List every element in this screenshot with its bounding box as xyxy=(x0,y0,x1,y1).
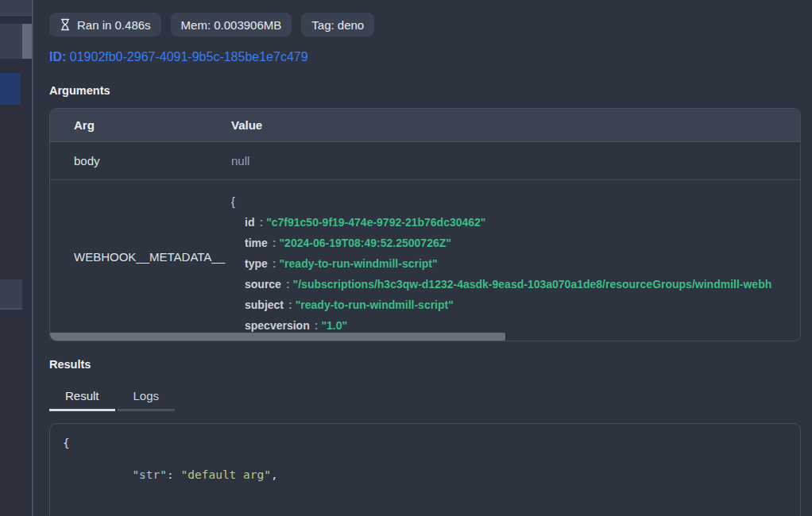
json-entry-subject[interactable]: subject:"ready-to-run-windmill-script" xyxy=(231,295,800,315)
results-heading: Results xyxy=(49,358,801,371)
runtime-badge: Ran in 0.486s xyxy=(49,13,161,37)
code-line-union: "union": "Hello World" xyxy=(63,499,787,516)
json-entry-id[interactable]: id:"c7f91c50-9f19-474e-9792-21b76dc30462… xyxy=(231,212,800,233)
sidebar-item[interactable] xyxy=(0,279,22,310)
sidebar-item-selected[interactable] xyxy=(0,73,21,105)
arguments-table: Arg Value body null WEBHOOK__METADATA__ … xyxy=(49,108,801,341)
sidebar-panel xyxy=(0,0,34,516)
tag-badge: Tag: deno xyxy=(301,13,374,37)
memory-badge-label: Mem: 0.003906MB xyxy=(181,18,282,32)
result-code-block: { "str": "default arg", "union": "Hello … xyxy=(49,423,801,516)
column-header-value: Value xyxy=(231,109,800,141)
horizontal-scrollbar-track[interactable] xyxy=(50,333,800,341)
json-entry-source[interactable]: source:"/subscriptions/h3c3qw-d1232-4asd… xyxy=(231,274,800,295)
sidebar-item-partial[interactable] xyxy=(0,0,32,16)
tag-badge-label: Tag: deno xyxy=(311,18,364,32)
sidebar-scrollbar[interactable] xyxy=(22,24,32,59)
json-open-brace: { xyxy=(231,191,800,212)
job-id-label: ID: xyxy=(49,50,66,64)
memory-badge: Mem: 0.003906MB xyxy=(171,13,292,37)
sidebar-divider xyxy=(32,0,33,516)
json-entry-time[interactable]: time:"2024-06-19T08:49:52.2500726Z" xyxy=(231,233,800,253)
hourglass-icon xyxy=(60,18,71,31)
job-id-line: ID: 01902fb0-2967-4091-9b5c-185be1e7c479 xyxy=(49,50,801,64)
horizontal-scrollbar-thumb[interactable] xyxy=(50,333,505,341)
json-entry-type[interactable]: type:"ready-to-run-windmill-script" xyxy=(231,253,800,274)
tab-result[interactable]: Result xyxy=(49,389,115,411)
tab-logs[interactable]: Logs xyxy=(118,389,176,411)
run-detail-panel: Ran in 0.486s Mem: 0.003906MB Tag: deno … xyxy=(49,0,801,516)
sidebar-item[interactable] xyxy=(0,24,22,59)
run-stats-badges: Ran in 0.486s Mem: 0.003906MB Tag: deno xyxy=(49,13,801,37)
arguments-table-header: Arg Value xyxy=(50,109,800,142)
runtime-badge-label: Ran in 0.486s xyxy=(77,18,151,32)
arg-name-webhook-metadata: WEBHOOK__METADATA__ xyxy=(50,180,231,333)
table-row-webhook-metadata: WEBHOOK__METADATA__ { id:"c7f91c50-9f19-… xyxy=(50,180,800,333)
table-row-body: body null xyxy=(50,142,800,180)
code-open-brace: { xyxy=(63,435,787,451)
arg-name-body: body xyxy=(50,142,231,179)
job-id-value[interactable]: 01902fb0-2967-4091-9b5c-185be1e7c479 xyxy=(70,50,308,64)
arguments-heading: Arguments xyxy=(49,84,801,97)
arg-value-webhook-metadata: { id:"c7f91c50-9f19-474e-9792-21b76dc304… xyxy=(231,180,800,333)
json-object-viewer: { id:"c7f91c50-9f19-474e-9792-21b76dc304… xyxy=(231,180,800,336)
arg-value-null: null xyxy=(231,142,800,179)
code-line-str: "str": "default arg", xyxy=(63,451,787,499)
results-tabbar: Result Logs xyxy=(49,389,801,411)
column-header-arg: Arg xyxy=(50,109,231,141)
